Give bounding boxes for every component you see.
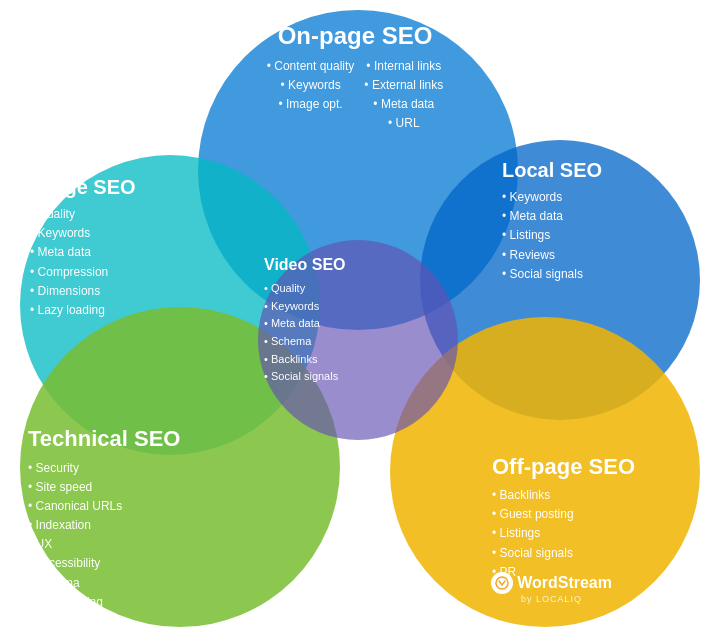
circle-video xyxy=(258,240,458,440)
wordstream-name-text: WordStream xyxy=(517,574,612,592)
wordstream-logo: WordStream xyxy=(491,572,612,594)
svg-point-0 xyxy=(496,577,508,589)
wordstream-icon xyxy=(491,572,513,594)
seo-diagram: On-page SEO Content quality Keywords Ima… xyxy=(0,0,720,632)
wordstream-brand: WordStream by LOCALIQ xyxy=(491,572,612,604)
wordstream-sub-text: by LOCALIQ xyxy=(491,594,612,604)
